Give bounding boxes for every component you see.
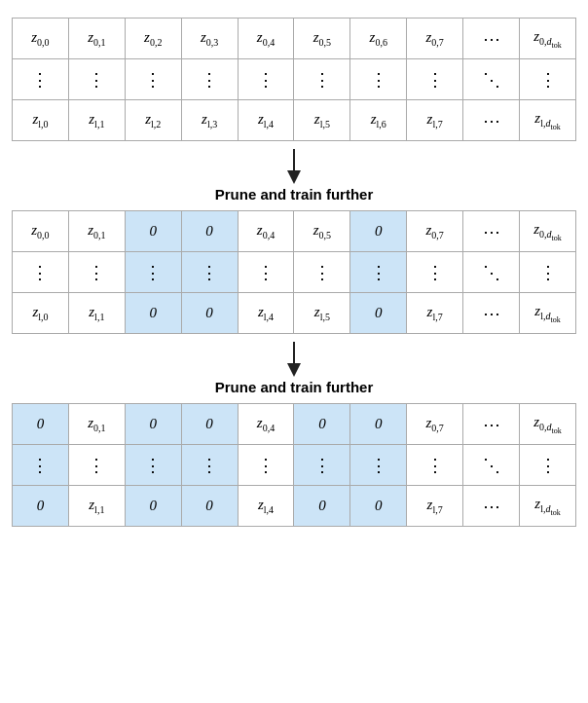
table-cell: zl,7	[407, 293, 463, 334]
arrow-2-label: Prune and train further	[215, 379, 374, 395]
table-cell: ⋱	[463, 252, 520, 293]
table-cell: 0	[181, 293, 238, 334]
arrow-1-label: Prune and train further	[215, 186, 374, 203]
table-cell: ⋮	[13, 252, 69, 293]
table-cell: ⋱	[463, 59, 520, 100]
table-cell: ⋮	[350, 59, 407, 100]
table-cell: ⋮	[350, 252, 407, 293]
table-cell: ⋮	[125, 445, 181, 486]
table-cell: zl,4	[238, 293, 294, 334]
arrow-2-svg	[279, 342, 309, 377]
svg-marker-1	[287, 170, 301, 184]
table-cell: zl,0	[13, 293, 69, 334]
table-cell: z0,5	[294, 211, 350, 252]
table-cell: 0	[181, 211, 238, 252]
table-cell: 0	[125, 211, 181, 252]
arrow-2: Prune and train further	[215, 342, 374, 395]
table-cell: ⋮	[407, 445, 463, 486]
table-cell: 0	[294, 404, 350, 445]
table-cell: ⋮	[68, 445, 125, 486]
table-2: z0,0z0,100z0,4z0,50z0,7⋯z0,dtok⋮⋮⋮⋮⋮⋮⋮⋮⋱…	[12, 210, 576, 334]
table-cell: zl,5	[294, 293, 350, 334]
table-cell: 0	[125, 293, 181, 334]
table-cell: zl,7	[407, 486, 463, 527]
table-cell: ⋮	[13, 59, 69, 100]
table-cell: z0,1	[68, 211, 125, 252]
table-cell: ⋮	[238, 252, 294, 293]
table-cell: ⋮	[294, 59, 350, 100]
table-cell: ⋮	[125, 252, 181, 293]
table-cell: z0,4	[238, 404, 294, 445]
arrow-1: Prune and train further	[215, 149, 374, 203]
table-cell: z0,dtok	[520, 18, 576, 59]
table-cell: ⋮	[238, 445, 294, 486]
table-cell: ⋮	[407, 252, 463, 293]
table-cell: zl,0	[13, 100, 69, 141]
table-cell: ⋯	[463, 404, 520, 445]
table-cell: zl,7	[407, 100, 463, 141]
table-cell: ⋮	[181, 59, 238, 100]
svg-marker-3	[287, 363, 301, 377]
table-cell: ⋮	[520, 445, 576, 486]
table-cell: 0	[181, 404, 238, 445]
table-cell: ⋯	[463, 211, 520, 252]
table-cell: zl,4	[238, 100, 294, 141]
table-cell: z0,7	[407, 211, 463, 252]
table-cell: zl,1	[68, 293, 125, 334]
table-cell: z0,7	[407, 404, 463, 445]
table-cell: ⋮	[125, 59, 181, 100]
table-3: 0z0,100z0,400z0,7⋯z0,dtok⋮⋮⋮⋮⋮⋮⋮⋮⋱⋮0zl,1…	[12, 403, 576, 527]
table-cell: z0,0	[13, 211, 69, 252]
table-cell: 0	[294, 486, 350, 527]
table-cell: ⋯	[463, 18, 520, 59]
table-cell: ⋮	[350, 445, 407, 486]
table-cell: z0,6	[350, 18, 407, 59]
table-cell: zl,2	[125, 100, 181, 141]
table-cell: ⋮	[181, 445, 238, 486]
table-cell: zl,6	[350, 100, 407, 141]
table-cell: zl,dtok	[520, 100, 576, 141]
table-cell: 0	[350, 293, 407, 334]
table-cell: ⋮	[294, 252, 350, 293]
table-cell: 0	[13, 486, 69, 527]
table-cell: ⋮	[13, 445, 69, 486]
table-cell: z0,0	[13, 18, 69, 59]
table-cell: zl,5	[294, 100, 350, 141]
matrix-1: z0,0z0,1z0,2z0,3z0,4z0,5z0,6z0,7⋯z0,dtok…	[12, 18, 576, 141]
table-cell: zl,dtok	[520, 486, 576, 527]
table-cell: zl,4	[238, 486, 294, 527]
matrix-2: z0,0z0,100z0,4z0,50z0,7⋯z0,dtok⋮⋮⋮⋮⋮⋮⋮⋮⋱…	[12, 210, 576, 334]
table-cell: ⋯	[463, 100, 520, 141]
table-cell: ⋮	[181, 252, 238, 293]
table-cell: z0,4	[238, 18, 294, 59]
matrix-3: 0z0,100z0,400z0,7⋯z0,dtok⋮⋮⋮⋮⋮⋮⋮⋮⋱⋮0zl,1…	[12, 403, 576, 527]
table-cell: 0	[350, 404, 407, 445]
table-cell: ⋯	[463, 486, 520, 527]
table-1: z0,0z0,1z0,2z0,3z0,4z0,5z0,6z0,7⋯z0,dtok…	[12, 18, 576, 141]
table-cell: z0,1	[68, 404, 125, 445]
table-cell: z0,dtok	[520, 404, 576, 445]
table-cell: 0	[125, 404, 181, 445]
table-cell: ⋮	[294, 445, 350, 486]
table-cell: ⋯	[463, 293, 520, 334]
table-cell: zl,1	[68, 100, 125, 141]
arrow-1-svg	[279, 149, 309, 184]
table-cell: ⋮	[68, 252, 125, 293]
table-cell: zl,3	[181, 100, 238, 141]
table-cell: zl,dtok	[520, 293, 576, 334]
table-cell: 0	[125, 486, 181, 527]
table-cell: ⋮	[407, 59, 463, 100]
table-cell: ⋱	[463, 445, 520, 486]
table-cell: 0	[350, 486, 407, 527]
table-cell: 0	[181, 486, 238, 527]
table-cell: zl,1	[68, 486, 125, 527]
table-cell: z0,7	[407, 18, 463, 59]
table-cell: 0	[13, 404, 69, 445]
table-cell: z0,2	[125, 18, 181, 59]
table-cell: z0,4	[238, 211, 294, 252]
table-cell: z0,dtok	[520, 211, 576, 252]
table-cell: ⋮	[520, 252, 576, 293]
table-cell: ⋮	[520, 59, 576, 100]
table-cell: z0,5	[294, 18, 350, 59]
table-cell: ⋮	[238, 59, 294, 100]
